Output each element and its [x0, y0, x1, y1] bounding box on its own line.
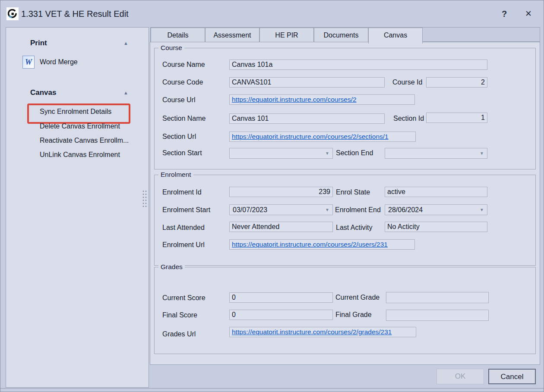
enrolment-id-input[interactable] [229, 187, 333, 197]
cancel-button[interactable]: Cancel [488, 369, 536, 384]
enrolment-id-label: Enrolment Id [162, 188, 202, 196]
current-grade-input[interactable] [386, 292, 489, 303]
enrolment-end-value: 28/06/2024 [388, 206, 423, 214]
window-title: 1.331 VET & HE Result Edit [21, 0, 129, 27]
tab-documents[interactable]: Documents [314, 28, 368, 42]
ok-button: OK [436, 369, 484, 384]
course-url-box: https://equatorit.instructure.com/course… [229, 94, 415, 105]
section-id-input[interactable] [426, 113, 487, 123]
sidebar-item-sync-enrolment-details[interactable]: Sync Enrolment Details [40, 108, 111, 116]
course-id-label: Course Id [392, 78, 422, 86]
dialog-window: 1.331 VET & HE Result Edit ? ✕ Print ▲ W… [0, 0, 544, 392]
last-attended-input[interactable] [229, 222, 333, 232]
section-start-combo[interactable]: ▼ [229, 148, 333, 159]
enrolment-url-link[interactable]: https://equatorit.instructure.com/course… [232, 241, 388, 248]
current-grade-label: Current Grade [335, 294, 380, 301]
enrolment-url-box: https://equatorit.instructure.com/course… [229, 239, 415, 250]
app-logo-icon [6, 7, 19, 20]
splitter-grip[interactable] [142, 190, 148, 208]
word-merge-icon: W [22, 56, 35, 69]
grades-group-legend: Grades [158, 263, 185, 271]
help-button[interactable]: ? [497, 0, 512, 27]
chevron-down-icon[interactable]: ▼ [325, 207, 329, 212]
final-score-label: Final Score [162, 311, 197, 319]
sidebar-item-reactivate-canvas-enrollment[interactable]: Reactivate Canvas Enrollm... [40, 137, 129, 144]
chevron-down-icon[interactable]: ▼ [480, 151, 484, 156]
section-start-label: Section Start [162, 149, 202, 157]
section-name-input[interactable] [229, 113, 385, 124]
enrolment-start-label: Enrolment Start [162, 206, 210, 214]
close-button[interactable]: ✕ [521, 0, 536, 27]
course-id-input[interactable] [426, 77, 487, 88]
final-grade-input[interactable] [386, 310, 489, 321]
section-url-label: Section Url [162, 133, 196, 141]
enrolment-url-label: Enrolment Url [162, 241, 205, 249]
current-score-label: Current Score [162, 294, 206, 302]
sidebar-item-delete-canvas-enrollment[interactable]: Delete Canvas Enrollment [40, 122, 120, 130]
section-end-combo[interactable]: ▼ [385, 148, 487, 159]
enrol-state-label: Enrol State [336, 188, 370, 196]
sidebar-section-canvas-header[interactable]: Canvas [30, 88, 56, 97]
chevron-down-icon[interactable]: ▼ [325, 151, 329, 156]
grades-url-link[interactable]: https://equatorit.instructure.com/course… [232, 328, 392, 336]
tab-canvas[interactable]: Canvas [368, 28, 423, 44]
final-grade-label: Final Grade [335, 311, 372, 319]
section-url-link[interactable]: https://equatorit.instructure.com/course… [232, 133, 389, 141]
course-name-label: Course Name [162, 61, 205, 69]
course-url-link[interactable]: https://equatorit.instructure.com/course… [232, 96, 357, 103]
sidebar: Print ▲ W Word Merge Canvas ▲ Sync Enrol… [6, 27, 149, 388]
grades-url-box: https://equatorit.instructure.com/course… [229, 327, 416, 337]
course-name-input[interactable] [229, 60, 487, 70]
current-score-input[interactable] [229, 292, 333, 303]
section-id-label: Section Id [393, 115, 424, 122]
sidebar-section-print-header[interactable]: Print [30, 39, 47, 47]
last-attended-label: Last Attended [162, 224, 205, 232]
section-end-label: Section End [336, 149, 373, 157]
collapse-arrow-icon[interactable]: ▲ [123, 41, 128, 46]
last-activity-input[interactable] [385, 222, 487, 232]
course-code-label: Course Code [162, 78, 203, 86]
tab-details[interactable]: Details [151, 28, 205, 42]
course-code-input[interactable] [229, 77, 385, 88]
enrolment-start-combo[interactable]: 03/07/2023 ▼ [229, 204, 333, 215]
chevron-down-icon[interactable]: ▼ [480, 207, 484, 212]
tab-strip: Details Assessment HE PIR Documents Canv… [150, 27, 540, 42]
section-url-box: https://equatorit.instructure.com/course… [229, 132, 416, 142]
window-bottom-edge [0, 388, 544, 389]
enrolment-start-value: 03/07/2023 [233, 206, 267, 214]
grades-url-label: Grades Url [162, 330, 196, 338]
collapse-arrow-icon[interactable]: ▲ [123, 90, 128, 95]
enrolment-end-label: Enrolment End [335, 206, 381, 214]
sidebar-item-word-merge[interactable]: Word Merge [40, 58, 78, 66]
course-group-legend: Course [158, 44, 184, 52]
tab-assessment[interactable]: Assessment [205, 28, 259, 42]
section-name-label: Section Name [162, 115, 206, 122]
enrolment-end-combo[interactable]: 28/06/2024 ▼ [385, 204, 487, 215]
last-activity-label: Last Activity [336, 224, 372, 232]
enrol-state-input[interactable] [385, 187, 487, 197]
enrolment-group-legend: Enrolment [158, 171, 193, 179]
final-score-input[interactable] [229, 310, 333, 320]
tab-he-pir[interactable]: HE PIR [259, 28, 314, 42]
course-url-label: Course Url [162, 96, 195, 104]
titlebar: 1.331 VET & HE Result Edit ? ✕ [0, 0, 544, 27]
sidebar-item-unlink-canvas-enrolment[interactable]: UnLink Canvas Enrolment [40, 151, 120, 159]
